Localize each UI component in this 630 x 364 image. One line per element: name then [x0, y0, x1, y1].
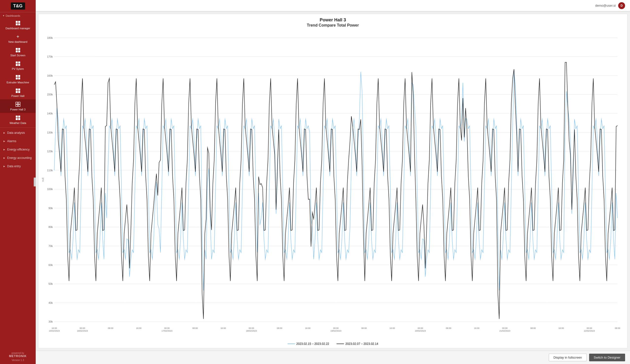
chart-title-area: Power Hall 3 Trend Compare Total Power [38, 14, 627, 29]
version-label: Version 1.3 [2, 359, 33, 362]
new-dashboard-label: New dashboard [8, 40, 27, 43]
power-hall-icon [15, 88, 21, 94]
sidebar-collapse-button[interactable]: ‹ [34, 178, 36, 186]
chevron-right-icon: ▶ [4, 165, 5, 167]
bottombar: Display in fullscreen Switch to Designer [36, 351, 630, 364]
sidebar-item-pv-system[interactable]: PV Sytem [0, 59, 36, 72]
legend-line-dark [336, 344, 344, 344]
svg-rect-2 [16, 104, 18, 106]
chart-legend: 2023.02.15 – 2023.02.22 2023.02.07 – 202… [38, 340, 627, 348]
dashboards-section[interactable]: ▼ Dashboards [0, 12, 36, 18]
extruder-maschine-label: Extruder Maschine [7, 81, 29, 84]
sidebar-item-extruder-maschine[interactable]: Extruder Maschine [0, 72, 36, 86]
user-avatar[interactable]: D [618, 2, 625, 9]
svg-rect-1 [18, 102, 20, 104]
sidebar-item-power-hall-3[interactable]: Power Hall 3 [0, 99, 36, 113]
pv-system-icon [15, 61, 21, 67]
powered-by-label: powered by [2, 352, 33, 355]
sidebar-item-weather-data[interactable]: Weather Data [0, 113, 36, 126]
dashboard-manager-label: Dashboard manager [6, 27, 30, 30]
energy-efficiency-label: Energy efficiency [7, 148, 30, 151]
chart-subtitle: Trend Compare Total Power [43, 23, 622, 27]
sidebar-item-dashboard-manager[interactable]: Dashboard manager [0, 18, 36, 32]
section-chevron: ▼ [2, 14, 5, 17]
pv-system-label: PV Sytem [12, 67, 24, 70]
chevron-right-icon: ▶ [4, 157, 5, 159]
trend-chart-canvas [41, 31, 622, 340]
weather-data-icon [15, 115, 21, 121]
main-content: demo@user.si D Power Hall 3 Trend Compar… [36, 0, 630, 364]
sidebar-item-data-analysis[interactable]: ▶ Data analysis [0, 129, 36, 137]
sidebar-item-start-screen[interactable]: Start Screen [0, 45, 36, 59]
sidebar-item-power-hall[interactable]: Power Hall [0, 86, 36, 99]
sidebar-item-energy-efficiency[interactable]: ▶ Energy efficiency [0, 145, 36, 154]
brand-label: METRONIK [2, 355, 33, 358]
extruder-maschine-icon [15, 74, 21, 80]
legend-line-blue [288, 344, 295, 344]
user-email: demo@user.si [595, 4, 616, 7]
switch-to-designer-button[interactable]: Switch to Designer [589, 354, 625, 361]
sidebar-item-new-dashboard[interactable]: + New dashboard [0, 32, 36, 45]
svg-rect-3 [18, 104, 20, 106]
sidebar-footer: powered by METRONIK Version 1.3 [0, 349, 36, 364]
logo-area: T&G [0, 0, 36, 12]
chart-container: Power Hall 3 Trend Compare Total Power 2… [38, 14, 628, 348]
start-screen-label: Start Screen [10, 54, 25, 57]
power-hall-label: Power Hall [11, 94, 24, 97]
chart-title: Power Hall 3 [43, 17, 622, 23]
legend-item-series2: 2023.02.07 – 2023.02.14 [336, 342, 378, 346]
chevron-right-icon: ▶ [4, 132, 5, 134]
chart-wrapper [38, 29, 627, 340]
energy-accounting-label: Energy accounting [7, 156, 32, 160]
legend-item-series1: 2023.02.15 – 2023.02.22 [288, 342, 329, 346]
user-info: demo@user.si D [595, 2, 625, 9]
new-dashboard-icon: + [15, 34, 21, 39]
topbar: demo@user.si D [36, 0, 630, 11]
chevron-right-icon: ▶ [4, 148, 5, 151]
sidebar-item-alarms[interactable]: ▶ Alarms [0, 137, 36, 145]
legend-label-series2: 2023.02.07 – 2023.02.14 [346, 342, 378, 346]
logo: T&G [11, 2, 25, 9]
chevron-right-icon: ▶ [4, 140, 5, 142]
data-entry-label: Data entry [7, 165, 21, 168]
sidebar-divider [0, 127, 36, 128]
section-label: Dashboards [6, 14, 20, 17]
sidebar-item-energy-accounting[interactable]: ▶ Energy accounting [0, 154, 36, 162]
fullscreen-button[interactable]: Display in fullscreen [549, 354, 587, 361]
data-analysis-label: Data analysis [7, 131, 25, 134]
start-screen-icon [15, 47, 21, 53]
alarms-label: Alarms [7, 139, 16, 143]
dashboard-manager-icon [15, 20, 21, 26]
legend-label-series1: 2023.02.15 – 2023.02.22 [296, 342, 329, 346]
weather-data-label: Weather Data [10, 121, 26, 124]
sidebar-item-data-entry[interactable]: ▶ Data entry [0, 162, 36, 170]
svg-rect-0 [16, 102, 18, 104]
power-hall-3-label: Power Hall 3 [10, 108, 25, 111]
power-hall-3-icon [15, 101, 21, 107]
sidebar: T&G ▼ Dashboards Dashboard manager + New… [0, 0, 36, 364]
